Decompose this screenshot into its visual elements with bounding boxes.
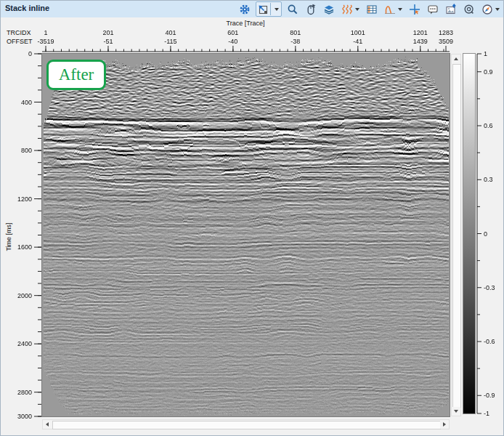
- y-tick-time-label: 400: [21, 99, 32, 105]
- seismic-image-canvas[interactable]: [41, 53, 450, 417]
- colorbar-gradient[interactable]: [463, 53, 476, 414]
- toolbar-mouse-pointer-button[interactable]: [304, 1, 318, 17]
- colorbar-tick-label: 0.3: [484, 177, 493, 183]
- x-tick-offset-label: 3509: [439, 39, 453, 45]
- scroll-down-button[interactable]: [452, 407, 460, 416]
- y-tick-time-label: 2800: [17, 389, 32, 395]
- window-title: Stack inline: [5, 4, 49, 12]
- dropdown-arrow-icon[interactable]: [355, 8, 359, 11]
- colorbar-tick-label: 0: [484, 230, 487, 237]
- x-tick-offset-label: -41: [353, 39, 362, 45]
- x-tick-trcidx-label: 1: [44, 30, 47, 36]
- arrow-left-icon: [46, 422, 49, 427]
- zoom-magnifier-icon: [287, 4, 298, 15]
- spreadsheet-table-icon: [366, 4, 378, 15]
- toolbar-wiggle-display-button[interactable]: [340, 1, 361, 17]
- compass-icon: [481, 4, 493, 15]
- toolbar-layers-button[interactable]: [322, 1, 336, 17]
- x-tick-offset-label: 1439: [413, 39, 428, 45]
- horizontal-scrollbar[interactable]: [42, 419, 450, 429]
- x-tick-offset-label: -40: [228, 39, 237, 45]
- x-tick-offset-label: -3519: [37, 39, 54, 45]
- x-tick-trcidx-label: 1201: [413, 30, 428, 36]
- colorbar-tick-label: 0.9: [484, 68, 493, 75]
- layers-icon: [323, 4, 335, 15]
- x-tick-trcidx-label: 1283: [439, 30, 453, 36]
- x-tick-trcidx-label: 401: [165, 30, 176, 36]
- toolbar-select-mode-button[interactable]: [256, 1, 282, 17]
- y-tick-time-label: 1200: [17, 195, 32, 202]
- mouse-pointer-icon: [305, 4, 317, 15]
- histogram-curve-icon: [384, 4, 396, 15]
- settings-gear-icon: [239, 4, 251, 15]
- toolbar-settings-gear-button[interactable]: [237, 1, 252, 17]
- x-tick-trcidx-label: 801: [290, 30, 301, 36]
- dropdown-arrow-icon[interactable]: [398, 8, 402, 11]
- toolbar: [237, 1, 501, 17]
- colorbar-tick-label: -0.6: [484, 339, 495, 345]
- horizontal-scrollbar-thumb[interactable]: [52, 421, 441, 429]
- wiggle-display-icon: [341, 4, 353, 15]
- colorbar-tick-label: 0.6: [484, 123, 493, 129]
- colorbar-tick-label: -1: [484, 411, 489, 417]
- toolbar-select-mode-dropdown[interactable]: [270, 3, 280, 15]
- y-tick-time-label: 2400: [17, 341, 32, 347]
- scroll-up-button[interactable]: [452, 54, 460, 63]
- arrow-down-icon: [454, 410, 458, 413]
- colorbar-tick-label: -0.9: [484, 392, 495, 399]
- colorbar-tick-label: 1: [484, 51, 487, 57]
- x-tick-trcidx-label: 201: [102, 30, 113, 36]
- dropdown-arrow-icon[interactable]: [495, 8, 500, 11]
- toolbar-compass-button[interactable]: [480, 1, 501, 17]
- vertical-scrollbar[interactable]: [451, 54, 461, 416]
- x-tick-offset-label: -38: [290, 39, 300, 45]
- arrow-right-icon: [443, 422, 446, 427]
- scroll-right-button[interactable]: [440, 420, 449, 429]
- colorbar-tick-label: -0.3: [484, 284, 495, 291]
- app-window: Stack inline Trace [Trace] TRCIDX OFFSET…: [0, 0, 504, 436]
- toolbar-histogram-curve-button[interactable]: [383, 1, 404, 17]
- x-axis-title: Trace [Trace]: [227, 20, 265, 27]
- toolbar-zoom-magnifier-button[interactable]: [285, 1, 300, 17]
- select-mode-icon: [257, 4, 269, 15]
- q-tool-icon: [463, 4, 475, 15]
- y-tick-time-label: 1600: [17, 244, 32, 251]
- x-tick-trcidx-label: 601: [227, 30, 238, 36]
- toolbar-q-tool-button[interactable]: [462, 1, 476, 17]
- x-tick-offset-label: -51: [103, 39, 113, 45]
- crosshair-pick-icon: [409, 4, 420, 15]
- offset-row-label: OFFSET: [7, 38, 33, 45]
- scroll-left-button[interactable]: [43, 420, 52, 429]
- x-tick-offset-label: -115: [164, 39, 176, 45]
- toolbar-crosshair-pick-button[interactable]: [407, 1, 422, 17]
- y-tick-time-label: 800: [21, 148, 32, 154]
- arrow-up-icon: [454, 57, 458, 60]
- vertical-scrollbar-thumb[interactable]: [452, 64, 461, 408]
- comment-bubble-icon: [427, 4, 439, 15]
- y-tick-time-label: 3000: [17, 413, 32, 420]
- export-image-icon: [445, 4, 457, 15]
- trcidx-row-label: TRCIDX: [7, 29, 31, 36]
- toolbar-spreadsheet-table-button[interactable]: [365, 1, 379, 17]
- dropdown-arrow-icon: [275, 8, 279, 11]
- toolbar-comment-bubble-button[interactable]: [426, 1, 440, 17]
- y-tick-time-label: 2000: [17, 292, 32, 299]
- toolbar-export-image-button[interactable]: [444, 1, 458, 17]
- title-bar: Stack inline: [1, 1, 503, 17]
- after-annotation[interactable]: After: [46, 60, 106, 90]
- y-tick-time-label: 0: [28, 51, 32, 57]
- y-axis-title: Time [ms]: [5, 219, 12, 255]
- x-tick-trcidx-label: 1001: [351, 30, 365, 36]
